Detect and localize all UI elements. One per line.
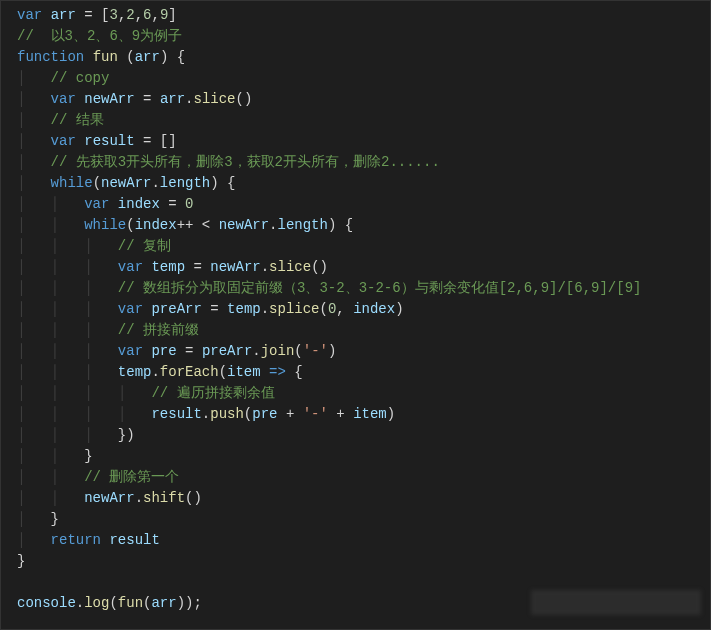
code-line: │ │ var index = 0 (1, 194, 710, 215)
code-line: } (1, 551, 710, 572)
code-line: │ │ │ // 拼接前缀 (1, 320, 710, 341)
code-line: │ while(newArr.length) { (1, 173, 710, 194)
code-line: │ } (1, 509, 710, 530)
watermark (531, 590, 701, 615)
code-line: │ │ │ var temp = newArr.slice() (1, 257, 710, 278)
code-line: var arr = [3,2,6,9] (1, 5, 710, 26)
code-line: │ │ │ │ // 遍历拼接剩余值 (1, 383, 710, 404)
code-line: │ │ while(index++ < newArr.length) { (1, 215, 710, 236)
code-line: │ │ │ temp.forEach(item => { (1, 362, 710, 383)
code-line: │ // copy (1, 68, 710, 89)
code-line: │ │ │ // 数组拆分为取固定前缀（3、3-2、3-2-6）与剩余变化值[2… (1, 278, 710, 299)
code-line: │ │ │ var pre = preArr.join('-') (1, 341, 710, 362)
code-line: │ │ │ var preArr = temp.splice(0, index) (1, 299, 710, 320)
code-line: │ var newArr = arr.slice() (1, 89, 710, 110)
code-editor[interactable]: var arr = [3,2,6,9] // 以3、2、6、9为例子 funct… (1, 5, 710, 614)
code-line: │ │ // 删除第一个 (1, 467, 710, 488)
code-line: │ │ newArr.shift() (1, 488, 710, 509)
code-line: │ // 先获取3开头所有，删除3，获取2开头所有，删除2...... (1, 152, 710, 173)
code-line: │ │ │ │ result.push(pre + '-' + item) (1, 404, 710, 425)
code-line: │ │ } (1, 446, 710, 467)
code-line: // 以3、2、6、9为例子 (1, 26, 710, 47)
code-line: function fun (arr) { (1, 47, 710, 68)
code-line: │ │ │ }) (1, 425, 710, 446)
code-line: │ │ │ // 复制 (1, 236, 710, 257)
code-line: │ // 结果 (1, 110, 710, 131)
code-line: │ var result = [] (1, 131, 710, 152)
code-line: │ return result (1, 530, 710, 551)
